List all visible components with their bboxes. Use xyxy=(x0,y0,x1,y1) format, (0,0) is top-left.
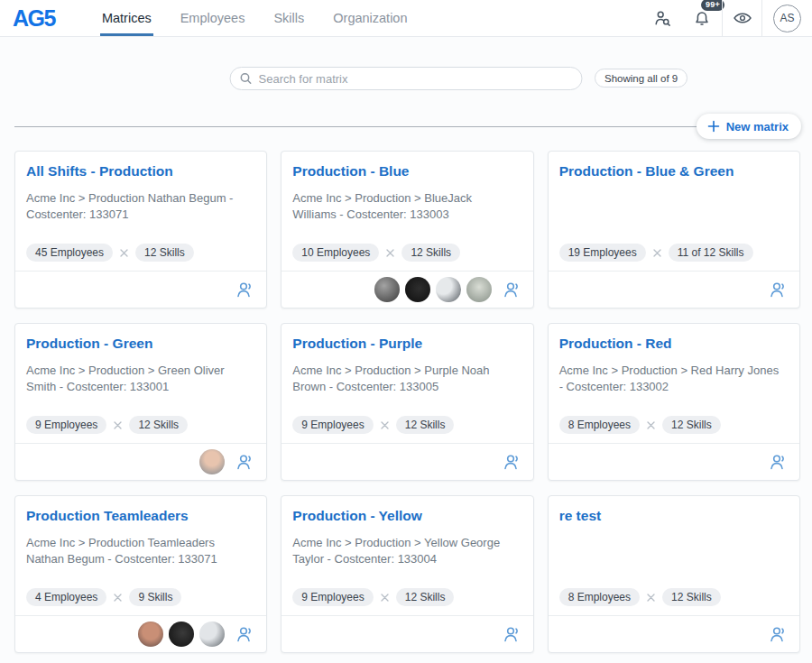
matrix-search-box[interactable] xyxy=(230,67,583,90)
employee-avatar[interactable] xyxy=(436,277,461,302)
avatar: AS xyxy=(773,5,801,32)
user-search-icon xyxy=(653,9,672,28)
employees-badge: 4 Employees xyxy=(26,588,106,606)
nav-tab-label: Organization xyxy=(333,11,407,25)
card-footer xyxy=(549,615,799,652)
employee-avatar[interactable] xyxy=(405,277,430,302)
multiply-icon xyxy=(380,593,390,603)
card-badges: 8 Employees 12 Skills xyxy=(559,416,789,434)
matrix-card[interactable]: All Shifts - Production Acme Inc > Produ… xyxy=(14,151,267,308)
card-body: All Shifts - Production Acme Inc > Produ… xyxy=(15,152,266,271)
employee-avatar[interactable] xyxy=(199,449,225,474)
matrix-title[interactable]: Production Teamleaders xyxy=(26,508,255,525)
employees-badge: 8 Employees xyxy=(559,588,640,606)
matrix-card[interactable]: Production Teamleaders Acme Inc > Produc… xyxy=(14,495,267,653)
matrix-subtitle: Acme Inc > Production Nathan Begum - Cos… xyxy=(26,190,255,223)
bell-icon xyxy=(693,9,711,28)
nav-tab-skills[interactable]: Skills xyxy=(259,0,318,36)
plus-icon xyxy=(707,120,720,133)
employee-avatar[interactable] xyxy=(466,277,492,302)
matrix-card[interactable]: re test 8 Employees 12 Skills xyxy=(548,495,800,653)
skills-badge: 12 Skills xyxy=(135,244,194,262)
skills-badge: 12 Skills xyxy=(396,588,455,606)
assign-employees-icon[interactable] xyxy=(235,281,256,299)
employees-badge: 9 Employees xyxy=(292,588,373,606)
matrix-card[interactable]: Production - Green Acme Inc > Production… xyxy=(14,323,267,481)
assign-employees-icon[interactable] xyxy=(502,453,523,472)
card-body: Production - Red Acme Inc > Production >… xyxy=(549,324,799,443)
nav-tab-organization[interactable]: Organization xyxy=(318,0,421,36)
assign-employees-icon[interactable] xyxy=(502,625,523,644)
notification-count-badge: 99+ xyxy=(701,0,724,11)
employees-badge: 10 Employees xyxy=(292,244,379,262)
skills-badge: 12 Skills xyxy=(662,588,721,606)
multiply-icon xyxy=(380,420,390,430)
matrix-title[interactable]: Production - Blue xyxy=(292,163,521,180)
employee-avatar[interactable] xyxy=(138,622,163,647)
results-count-badge: Showing all of 9 xyxy=(595,69,687,87)
matrix-title[interactable]: All Shifts - Production xyxy=(26,163,255,180)
ag5-logo[interactable]: AG5 xyxy=(0,0,68,36)
multiply-icon xyxy=(385,248,395,258)
search-input[interactable] xyxy=(259,72,573,86)
top-navbar: AG5 Matrices Employees Skills Organizati… xyxy=(0,0,812,37)
multiply-icon xyxy=(113,593,123,603)
card-badges: 10 Employees 12 Skills xyxy=(292,244,521,262)
skills-badge: 12 Skills xyxy=(401,244,460,262)
account-menu-button[interactable]: AS xyxy=(761,0,812,36)
new-matrix-button[interactable]: New matrix xyxy=(697,114,801,139)
matrix-title[interactable]: re test xyxy=(559,508,789,525)
multiply-icon xyxy=(113,420,123,430)
matrix-card[interactable]: Production - Purple Acme Inc > Productio… xyxy=(281,323,533,481)
skills-badge: 12 Skills xyxy=(396,416,455,434)
new-matrix-label: New matrix xyxy=(726,120,789,134)
main-nav: Matrices Employees Skills Organization xyxy=(88,0,422,36)
card-footer xyxy=(549,443,799,480)
matrix-subtitle: Acme Inc > Production > Purple Noah Brow… xyxy=(292,363,521,395)
card-badges: 9 Employees 12 Skills xyxy=(292,416,521,434)
employees-badge: 19 Employees xyxy=(559,244,646,262)
card-body: Production - Blue Acme Inc > Production … xyxy=(281,152,532,271)
card-body: Production - Purple Acme Inc > Productio… xyxy=(281,324,532,443)
nav-tab-employees[interactable]: Employees xyxy=(166,0,260,36)
card-badges: 4 Employees 9 Skills xyxy=(26,588,255,606)
assign-employees-icon[interactable] xyxy=(235,625,256,644)
navbar-actions: 99+ AS xyxy=(642,0,812,36)
search-icon xyxy=(240,72,253,85)
card-footer xyxy=(281,443,532,480)
skills-badge: 11 of 12 Skills xyxy=(669,244,753,262)
assign-employees-icon[interactable] xyxy=(502,281,523,299)
employees-badge: 45 Employees xyxy=(26,244,113,262)
card-badges: 9 Employees 12 Skills xyxy=(26,416,255,434)
nav-tab-label: Matrices xyxy=(102,11,152,25)
matrix-card[interactable]: Production - Red Acme Inc > Production >… xyxy=(548,323,800,481)
matrix-card[interactable]: Production - Yellow Acme Inc > Productio… xyxy=(281,495,533,653)
matrix-title[interactable]: Production - Yellow xyxy=(292,508,521,525)
user-search-button[interactable] xyxy=(642,0,682,36)
watch-mode-button[interactable] xyxy=(722,0,761,36)
assign-employees-icon[interactable] xyxy=(235,453,256,472)
skills-badge: 9 Skills xyxy=(129,588,181,606)
card-footer xyxy=(15,271,266,308)
nav-tab-matrices[interactable]: Matrices xyxy=(88,0,166,36)
matrix-title[interactable]: Production - Green xyxy=(26,336,255,353)
matrix-subtitle: Acme Inc > Production > Green Oliver Smi… xyxy=(26,363,255,395)
assign-employees-icon[interactable] xyxy=(768,625,789,644)
matrix-title[interactable]: Production - Purple xyxy=(292,336,521,353)
employees-badge: 8 Employees xyxy=(559,416,640,434)
employee-avatar[interactable] xyxy=(199,622,225,647)
card-badges: 45 Employees 12 Skills xyxy=(26,244,255,262)
matrix-card[interactable]: Production - Blue & Green 19 Employees 1… xyxy=(548,151,800,308)
assign-employees-icon[interactable] xyxy=(768,453,789,472)
divider xyxy=(14,126,798,127)
eye-icon xyxy=(733,8,752,28)
matrix-title[interactable]: Production - Blue & Green xyxy=(559,163,789,180)
notifications-button[interactable]: 99+ xyxy=(682,0,722,36)
matrix-card[interactable]: Production - Blue Acme Inc > Production … xyxy=(281,151,533,308)
assign-employees-icon[interactable] xyxy=(768,281,789,299)
matrix-title[interactable]: Production - Red xyxy=(559,336,789,353)
multiply-icon xyxy=(646,420,656,430)
card-footer xyxy=(15,615,266,652)
employee-avatar[interactable] xyxy=(169,622,194,647)
employee-avatar[interactable] xyxy=(374,277,400,302)
